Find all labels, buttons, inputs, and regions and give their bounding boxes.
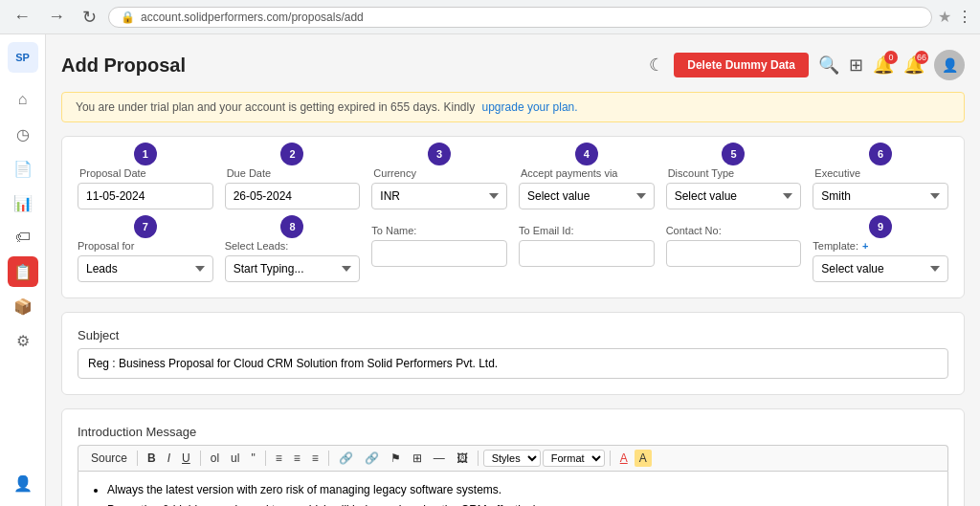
step-label-2: Due Date [225, 167, 361, 179]
currency-select[interactable]: INR USD EUR [371, 183, 507, 209]
step-label-3: Currency [371, 167, 507, 179]
ordered-list-button[interactable]: ol [206, 450, 224, 467]
label-to-email: To Email Id: [519, 225, 655, 236]
sidebar-item-proposals[interactable]: 📋 [8, 256, 38, 287]
bold-button[interactable]: B [143, 450, 161, 467]
proposal-date-input[interactable] [78, 183, 213, 209]
url-bar: account.solidperformers.com/proposals/ad… [141, 11, 364, 24]
image-button[interactable]: 🖼 [452, 450, 473, 467]
step-badge-4: 4 [575, 143, 598, 165]
step-label-4: Accept payments via [519, 167, 655, 179]
subject-label: Subject [78, 328, 948, 342]
moon-icon[interactable]: ☾ [649, 55, 664, 76]
blockquote-button[interactable]: " [246, 450, 259, 467]
notif-badge: 66 [915, 51, 928, 64]
subject-section: Subject [61, 312, 965, 395]
step-badge-2: 2 [280, 143, 303, 165]
intro-section: Introduction Message Source B I U ol ul … [61, 408, 965, 506]
template-select[interactable]: Select value [813, 255, 948, 282]
label-select-leads: Select Leads: [225, 240, 361, 252]
executive-select[interactable]: Smith [813, 183, 948, 209]
source-button[interactable]: Source [86, 450, 132, 467]
unordered-list-button[interactable]: ul [226, 450, 244, 467]
sidebar-item-tag[interactable]: 🏷 [8, 222, 38, 253]
editor-body[interactable]: Always the latest version with zero risk… [78, 471, 948, 506]
alert-banner: You are under trial plan and your accoun… [61, 92, 965, 122]
link-button[interactable]: 🔗 [334, 450, 358, 467]
step-accept-payments: 4 Accept payments via Select value [519, 152, 655, 209]
contact-no-input[interactable] [666, 240, 802, 267]
discount-type-select[interactable]: Select value [666, 183, 802, 209]
underline-button[interactable]: U [177, 450, 195, 467]
forward-button[interactable]: → [42, 5, 71, 29]
step-badge-8: 8 [280, 215, 303, 238]
upgrade-link[interactable]: upgrade your plan. [482, 100, 578, 114]
toolbar-sep-5 [478, 451, 479, 466]
bullet-item: Pro-active & highly experienced team whi… [107, 501, 938, 506]
align-right-button[interactable]: ≡ [307, 450, 323, 467]
steps-row: 1 Proposal Date 2 Due Date 3 [78, 152, 948, 209]
page-title: Add Proposal [61, 55, 186, 77]
form-card: 1 Proposal Date 2 Due Date 3 [61, 136, 965, 298]
intro-label: Introduction Message [78, 425, 948, 439]
label-contact-no: Contact No: [666, 225, 802, 236]
table-button[interactable]: ⊞ [408, 450, 427, 467]
step-badge-9: 9 [869, 215, 892, 238]
to-name-input[interactable] [371, 240, 507, 267]
toolbar-sep-6 [610, 451, 611, 466]
proposal-for-select[interactable]: Leads Contacts Companies [78, 255, 213, 282]
align-left-button[interactable]: ≡ [271, 450, 287, 467]
toolbar-sep-1 [137, 451, 138, 466]
sidebar-item-file[interactable]: 📄 [8, 153, 38, 184]
logo: SP [8, 42, 38, 73]
due-date-input[interactable] [225, 183, 361, 209]
fields-row: 7 Proposal for Leads Contacts Companies … [78, 225, 948, 282]
bg-color-button[interactable]: A [635, 450, 652, 467]
sidebar-item-home[interactable]: ⌂ [8, 84, 38, 115]
back-button[interactable]: ← [8, 5, 36, 29]
search-icon[interactable]: 🔍 [818, 55, 839, 76]
format-select[interactable]: Format [543, 450, 605, 467]
hr-button[interactable]: — [429, 450, 450, 467]
alert-text: You are under trial plan and your accoun… [76, 100, 475, 114]
subject-input[interactable] [78, 348, 948, 379]
toolbar-sep-4 [328, 451, 329, 466]
font-color-button[interactable]: A [615, 450, 633, 467]
step-discount-type: 5 Discount Type Select value [666, 152, 802, 209]
template-add-button[interactable]: + [862, 240, 868, 252]
step-badge-7: 7 [134, 215, 157, 238]
to-email-input[interactable] [519, 240, 655, 267]
field-proposal-for: 7 Proposal for Leads Contacts Companies [78, 225, 213, 282]
unlink-button[interactable]: 🔗 [360, 450, 384, 467]
step-currency: 3 Currency INR USD EUR [371, 152, 507, 209]
italic-button[interactable]: I [163, 450, 175, 467]
grid-icon[interactable]: ⊞ [849, 55, 863, 76]
sidebar: SP ⌂ ◷ 📄 📊 🏷 📋 📦 ⚙ 👤 [0, 34, 46, 506]
flag-button[interactable]: ⚑ [386, 450, 406, 467]
field-select-leads: 8 Select Leads: Start Typing... [225, 225, 361, 282]
align-center-button[interactable]: ≡ [289, 450, 305, 467]
accept-payments-select[interactable]: Select value [519, 183, 655, 209]
sidebar-item-clock[interactable]: ◷ [8, 119, 38, 149]
step-proposal-date: 1 Proposal Date [78, 152, 213, 209]
sidebar-item-chart[interactable]: 📊 [8, 187, 38, 218]
step-label-6: Executive [813, 167, 948, 179]
field-to-email: To Email Id: [519, 225, 655, 282]
bullet-item: Always the latest version with zero risk… [107, 481, 938, 499]
select-leads-dropdown[interactable]: Start Typing... [225, 255, 361, 282]
menu-icon[interactable]: ⋮ [957, 8, 972, 26]
step-label-1: Proposal Date [78, 167, 213, 179]
avatar[interactable]: 👤 [934, 50, 965, 80]
step-badge-3: 3 [428, 143, 451, 165]
step-badge-1: 1 [134, 143, 157, 165]
alert-badge: 0 [884, 51, 898, 64]
styles-select[interactable]: Styles [483, 450, 541, 467]
sidebar-item-settings[interactable]: ⚙ [8, 325, 38, 356]
star-icon[interactable]: ★ [938, 8, 951, 26]
page-header: Add Proposal ☾ Delete Dummy Data 🔍 ⊞ 🔔 0… [61, 50, 965, 80]
toolbar-sep-3 [265, 451, 266, 466]
sidebar-item-box[interactable]: 📦 [8, 291, 38, 321]
delete-dummy-button[interactable]: Delete Dummy Data [674, 53, 809, 77]
refresh-button[interactable]: ↻ [77, 5, 102, 30]
sidebar-item-person[interactable]: 👤 [8, 468, 38, 498]
